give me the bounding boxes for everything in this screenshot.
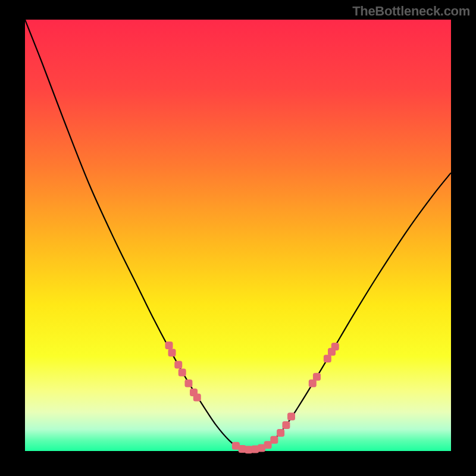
data-marker — [287, 413, 295, 421]
data-marker — [168, 349, 176, 356]
data-marker — [178, 369, 186, 377]
data-marker — [184, 380, 192, 387]
plot-background-gradient — [25, 20, 451, 451]
data-marker — [165, 342, 173, 349]
data-marker — [174, 361, 182, 369]
data-marker — [277, 429, 284, 437]
data-marker — [331, 343, 339, 350]
data-marker — [282, 421, 290, 429]
data-marker — [313, 373, 321, 381]
bottleneck-chart — [0, 0, 476, 476]
data-marker — [270, 436, 278, 444]
watermark-text: TheBottleneck.com — [352, 4, 470, 19]
data-marker — [193, 394, 201, 402]
data-marker — [324, 355, 331, 362]
